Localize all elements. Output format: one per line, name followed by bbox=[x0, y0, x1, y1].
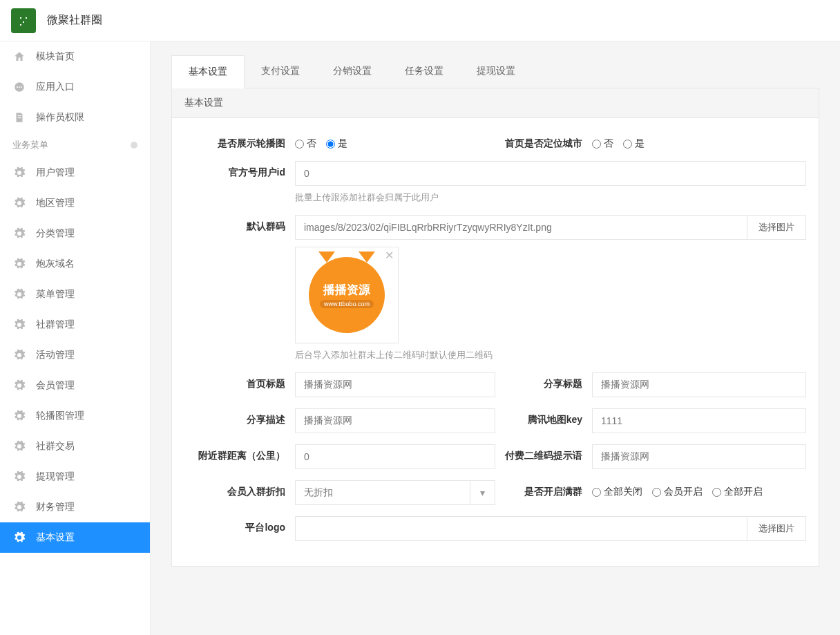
gear-icon bbox=[12, 439, 26, 453]
app-logo bbox=[11, 8, 36, 33]
locate-label: 首页是否定位城市 bbox=[495, 132, 592, 150]
paid-qr-label: 付费二维码提示语 bbox=[495, 444, 592, 462]
distance-label: 附近群距离（公里） bbox=[184, 444, 295, 462]
sidebar-item-label: 地区管理 bbox=[36, 197, 75, 209]
sidebar-item-carousel-mgmt[interactable]: 轮播图管理 bbox=[0, 401, 150, 431]
sidebar-item-label: 应用入口 bbox=[36, 81, 75, 93]
sidebar-item-label: 社群管理 bbox=[36, 319, 75, 331]
gear-icon bbox=[12, 287, 26, 301]
locate-no-radio[interactable]: 否 bbox=[592, 138, 613, 150]
full-group-all-radio[interactable]: 全部开启 bbox=[712, 486, 763, 498]
sidebar-item-basic-settings[interactable]: 基本设置 bbox=[0, 522, 150, 553]
sidebar-item-label: 会员管理 bbox=[36, 379, 75, 392]
gear-icon bbox=[12, 379, 26, 392]
sidebar-item-label: 社群交易 bbox=[36, 440, 75, 453]
full-group-member-radio[interactable]: 会员开启 bbox=[652, 486, 703, 498]
locate-yes-radio[interactable]: 是 bbox=[623, 138, 645, 150]
tab-bar: 基本设置 支付设置 分销设置 任务设置 提现设置 bbox=[171, 55, 819, 88]
default-qr-input[interactable] bbox=[295, 215, 747, 240]
svg-rect-5 bbox=[18, 117, 21, 118]
sidebar-item-label: 操作员权限 bbox=[36, 111, 84, 124]
svg-point-2 bbox=[19, 86, 20, 88]
logo-input[interactable] bbox=[295, 516, 747, 541]
official-id-label: 官方号用户id bbox=[184, 161, 295, 179]
gear-icon bbox=[12, 227, 26, 240]
gear-icon bbox=[12, 196, 26, 210]
sidebar-item-operator[interactable]: 操作员权限 bbox=[0, 102, 150, 133]
gear-icon bbox=[12, 166, 26, 180]
default-qr-label: 默认群码 bbox=[184, 215, 295, 233]
sidebar-item-domain[interactable]: 炮灰域名 bbox=[0, 249, 150, 279]
sidebar-item-region-mgmt[interactable]: 地区管理 bbox=[0, 188, 150, 218]
sidebar-item-finance-mgmt[interactable]: 财务管理 bbox=[0, 492, 150, 522]
paid-qr-input[interactable] bbox=[592, 444, 806, 469]
gear-icon bbox=[12, 500, 26, 514]
sidebar-item-trade[interactable]: 社群交易 bbox=[0, 431, 150, 462]
distance-input[interactable] bbox=[295, 444, 495, 469]
close-icon[interactable]: ✕ bbox=[385, 249, 394, 262]
sidebar-item-category-mgmt[interactable]: 分类管理 bbox=[0, 218, 150, 249]
gear-icon bbox=[12, 318, 26, 332]
sidebar-item-label: 提现管理 bbox=[36, 471, 75, 483]
doc-icon bbox=[12, 111, 26, 124]
svg-point-3 bbox=[21, 86, 22, 88]
official-id-input[interactable] bbox=[295, 161, 806, 186]
sidebar-item-app-entry[interactable]: 应用入口 bbox=[0, 72, 150, 102]
sidebar-item-label: 轮播图管理 bbox=[36, 410, 84, 422]
tab-withdraw[interactable]: 提现设置 bbox=[460, 55, 532, 88]
preview-image: 播播资源 www.ttbobo.com bbox=[309, 257, 385, 333]
share-title-input[interactable] bbox=[592, 372, 806, 397]
tab-basic[interactable]: 基本设置 bbox=[171, 55, 245, 88]
svg-rect-4 bbox=[18, 115, 21, 116]
sidebar-item-menu-mgmt[interactable]: 菜单管理 bbox=[0, 279, 150, 310]
share-desc-input[interactable] bbox=[295, 408, 495, 433]
qr-preview: ✕ 播播资源 www.ttbobo.com bbox=[295, 247, 399, 343]
chevron-down-icon[interactable]: ▾ bbox=[470, 480, 495, 505]
home-title-label: 首页标题 bbox=[184, 372, 295, 390]
discount-select[interactable]: 无折扣 bbox=[295, 480, 470, 505]
sidebar-item-label: 分类管理 bbox=[36, 227, 75, 240]
sidebar-item-label: 财务管理 bbox=[36, 501, 75, 513]
sidebar-item-withdraw-mgmt[interactable]: 提现管理 bbox=[0, 462, 150, 492]
official-id-help: 批量上传跟添加社群会归属于此用户 bbox=[295, 191, 806, 204]
sidebar-item-member-mgmt[interactable]: 会员管理 bbox=[0, 370, 150, 401]
map-key-label: 腾讯地图key bbox=[495, 408, 592, 426]
map-key-input[interactable] bbox=[592, 408, 806, 433]
gear-icon bbox=[12, 470, 26, 484]
select-logo-button[interactable]: 选择图片 bbox=[747, 516, 806, 541]
tab-payment[interactable]: 支付设置 bbox=[245, 55, 316, 88]
select-image-button[interactable]: 选择图片 bbox=[747, 215, 806, 240]
discount-label: 会员入群折扣 bbox=[184, 480, 295, 498]
home-title-input[interactable] bbox=[295, 372, 495, 397]
sidebar-item-label: 活动管理 bbox=[36, 349, 75, 361]
sidebar-section-business: 业务菜单 bbox=[0, 133, 150, 158]
sidebar-item-activity-mgmt[interactable]: 活动管理 bbox=[0, 340, 150, 370]
logo-label: 平台logo bbox=[184, 516, 295, 534]
default-qr-help: 后台导入添加社群未上传二维码时默认使用二维码 bbox=[295, 349, 806, 361]
main-content: 基本设置 支付设置 分销设置 任务设置 提现设置 基本设置 是否展示轮播图 否 … bbox=[151, 41, 840, 635]
share-title-label: 分享标题 bbox=[495, 372, 592, 390]
settings-panel: 基本设置 是否展示轮播图 否 是 首页是否定位城市 bbox=[171, 88, 819, 567]
sidebar-item-user-mgmt[interactable]: 用户管理 bbox=[0, 158, 150, 188]
share-desc-label: 分享描述 bbox=[184, 408, 295, 426]
collapse-dot-icon[interactable] bbox=[131, 142, 137, 149]
sidebar-item-label: 模块首页 bbox=[36, 50, 75, 63]
carousel-label: 是否展示轮播图 bbox=[184, 132, 295, 150]
sidebar-item-home[interactable]: 模块首页 bbox=[0, 41, 150, 72]
gear-icon bbox=[12, 409, 26, 423]
sidebar-item-label: 菜单管理 bbox=[36, 288, 75, 301]
sidebar-item-label: 用户管理 bbox=[36, 167, 75, 179]
tab-task[interactable]: 任务设置 bbox=[388, 55, 460, 88]
sidebar-item-label: 基本设置 bbox=[36, 531, 75, 544]
app-title: 微聚社群圈 bbox=[47, 13, 102, 28]
carousel-yes-radio[interactable]: 是 bbox=[326, 138, 347, 150]
carousel-no-radio[interactable]: 否 bbox=[295, 138, 316, 150]
chat-icon bbox=[12, 80, 26, 94]
sidebar-section-label: 业务菜单 bbox=[12, 139, 48, 151]
gear-icon bbox=[12, 257, 26, 271]
tab-distribution[interactable]: 分销设置 bbox=[316, 55, 388, 88]
gear-icon bbox=[12, 531, 26, 544]
header: 微聚社群圈 bbox=[0, 0, 840, 41]
full-group-close-radio[interactable]: 全部关闭 bbox=[592, 486, 642, 498]
sidebar-item-community-mgmt[interactable]: 社群管理 bbox=[0, 310, 150, 340]
